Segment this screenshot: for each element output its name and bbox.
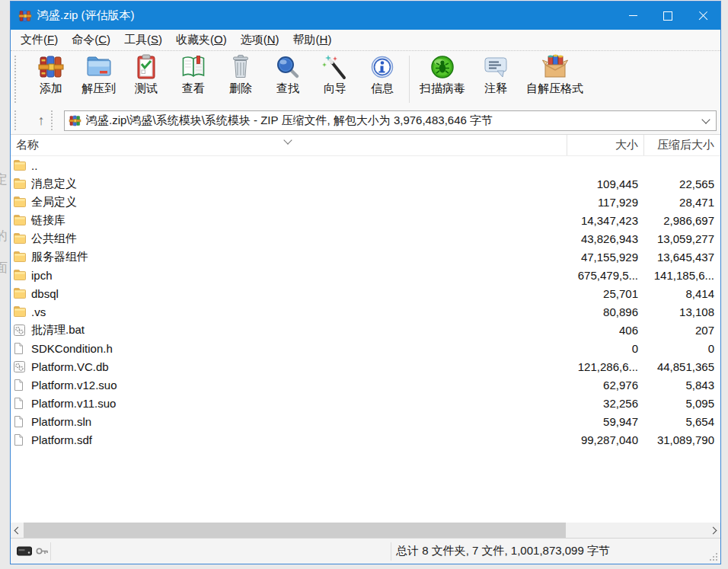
winrar-books-icon — [38, 54, 64, 80]
virus-scan-icon — [429, 54, 455, 80]
table-row[interactable]: 公共组件 43,826,94313,059,277 — [11, 229, 720, 248]
menu-file[interactable]: 文件(F) — [14, 30, 65, 50]
extract-folder-icon — [86, 54, 112, 80]
table-row[interactable]: 批清理.bat 406207 — [11, 321, 720, 339]
background-window-text: 定 — [0, 171, 8, 188]
delete-trash-icon — [228, 54, 254, 80]
find-magnifier-icon — [275, 54, 301, 80]
addressbar-gripper — [14, 110, 16, 130]
menu-bar: 文件(F) 命令(C) 工具(S) 收藏夹(O) 选项(N) 帮助(H) — [11, 30, 720, 50]
table-row[interactable]: Platform.VC.db 121,286,6...44,851,365 — [11, 357, 720, 376]
wizard-wand-icon — [322, 54, 348, 80]
chevron-left-icon — [14, 526, 22, 534]
table-row[interactable]: 消息定义 109,44522,565 — [11, 174, 720, 193]
menu-favorites[interactable]: 收藏夹(O) — [169, 30, 234, 50]
info-button[interactable]: 信息 — [359, 51, 406, 97]
folder-icon — [14, 306, 27, 317]
folder-icon — [14, 233, 27, 244]
document-icon — [14, 434, 27, 446]
batch-file-icon — [14, 324, 27, 336]
table-row[interactable]: dbsql 25,7018,414 — [11, 284, 720, 302]
folder-up-icon — [14, 160, 27, 171]
chevron-right-icon — [710, 526, 717, 534]
scroll-right-button[interactable] — [707, 523, 720, 538]
delete-button[interactable]: 删除 — [217, 51, 264, 97]
test-button[interactable]: 测试 — [123, 51, 170, 97]
background-window-text: 面 — [0, 259, 8, 277]
wizard-button[interactable]: 向导 — [311, 51, 359, 97]
folder-icon — [14, 270, 27, 280]
table-row[interactable]: .. — [11, 156, 720, 174]
comment-button[interactable]: 注释 — [472, 51, 519, 97]
view-button[interactable]: 查看 — [170, 51, 217, 97]
title-bar: 鸿盛.zip (评估版本) — [11, 2, 720, 30]
winrar-window: 鸿盛.zip (评估版本) 文件(F) 命令(C) 工具(S) 收藏夹(O) 选… — [10, 1, 721, 564]
scroll-left-button[interactable] — [11, 523, 24, 538]
folder-icon — [14, 197, 27, 207]
folder-icon — [14, 178, 27, 189]
table-row[interactable]: 服务器组件 47,155,92913,645,437 — [11, 248, 720, 266]
column-header-size[interactable]: 大小 — [567, 135, 643, 155]
key-icon[interactable] — [36, 546, 49, 556]
info-icon — [369, 54, 395, 80]
comment-icon — [483, 54, 509, 80]
table-row[interactable]: 链接库 14,347,4232,986,697 — [11, 211, 720, 229]
test-clipboard-icon — [133, 54, 159, 80]
folder-icon — [14, 251, 27, 262]
add-button[interactable]: 添加 — [27, 51, 75, 97]
table-row[interactable]: Platform.v12.suo 62,9765,843 — [11, 376, 720, 394]
address-bar: ↑ 鸿盛.zip\鸿盛\系统模块\系统模块 - ZIP 压缩文件, 解包大小为 … — [11, 107, 720, 134]
file-list: 名称 大小 压缩后大小 .. 消息定义 109,44522,565 全局定义 1… — [11, 134, 720, 538]
menu-options[interactable]: 选项(N) — [234, 30, 286, 50]
scan-virus-button[interactable]: 扫描病毒 — [413, 51, 472, 97]
minimize-button[interactable] — [615, 2, 650, 30]
window-title: 鸿盛.zip (评估版本) — [37, 8, 615, 23]
close-icon — [698, 11, 708, 21]
sfx-box-icon — [542, 54, 568, 80]
find-button[interactable]: 查找 — [264, 51, 311, 97]
sfx-button[interactable]: 自解压格式 — [519, 51, 590, 97]
addressbar-gripper — [51, 110, 53, 130]
table-row[interactable]: SDKCondition.h 00 — [11, 339, 720, 357]
toolbar-gripper — [14, 56, 16, 103]
maximize-icon — [663, 11, 672, 21]
archive-path-combobox[interactable]: 鸿盛.zip\鸿盛\系统模块\系统模块 - ZIP 压缩文件, 解包大小为 3,… — [64, 110, 717, 131]
folder-icon — [14, 288, 27, 299]
menu-tools[interactable]: 工具(S) — [117, 30, 169, 50]
winrar-books-icon — [18, 10, 32, 22]
close-button[interactable] — [685, 2, 720, 30]
scrollbar-thumb[interactable] — [24, 523, 566, 538]
toolbar: 添加 解压到 — [11, 50, 720, 107]
maximize-button[interactable] — [650, 2, 685, 30]
archive-icon — [69, 115, 81, 126]
document-icon — [14, 379, 27, 391]
status-bar: 总计 8 文件夹, 7 文件, 1,001,873,099 字节 — [11, 538, 720, 564]
document-icon — [14, 416, 27, 427]
background-window-text: 的 — [0, 227, 8, 245]
table-row[interactable]: Platform.v11.suo 32,2565,095 — [11, 394, 720, 412]
list-header: 名称 大小 压缩后大小 — [11, 135, 720, 156]
database-file-icon — [14, 361, 27, 372]
table-row[interactable]: Platform.sln 59,9475,654 — [11, 412, 720, 430]
table-row[interactable]: .vs 80,89613,108 — [11, 302, 720, 321]
status-icons — [11, 546, 50, 556]
chevron-down-icon[interactable] — [701, 115, 710, 123]
totals-text: 总计 8 文件夹, 7 文件, 1,001,873,099 字节 — [391, 544, 610, 558]
archive-path-text: 鸿盛.zip\鸿盛\系统模块\系统模块 - ZIP 压缩文件, 解包大小为 3,… — [86, 113, 703, 128]
resize-grip[interactable] — [710, 553, 717, 561]
toolbar-separator — [409, 56, 410, 103]
menu-help[interactable]: 帮助(H) — [286, 30, 339, 50]
statusbar-message-area — [51, 539, 391, 564]
table-row[interactable]: Platform.sdf 99,287,04031,089,790 — [11, 430, 720, 449]
folder-icon — [14, 215, 27, 225]
minimize-icon — [629, 15, 637, 16]
table-row[interactable]: 全局定义 117,92928,471 — [11, 193, 720, 211]
menu-commands[interactable]: 命令(C) — [65, 30, 117, 50]
table-row[interactable]: ipch 675,479,5...141,185,6... — [11, 266, 720, 284]
extract-to-button[interactable]: 解压到 — [75, 51, 123, 97]
document-icon — [14, 398, 27, 409]
drive-icon[interactable] — [17, 546, 32, 556]
horizontal-scrollbar[interactable] — [11, 523, 720, 538]
column-header-packed[interactable]: 压缩后大小 — [643, 135, 720, 155]
document-icon — [14, 343, 27, 354]
